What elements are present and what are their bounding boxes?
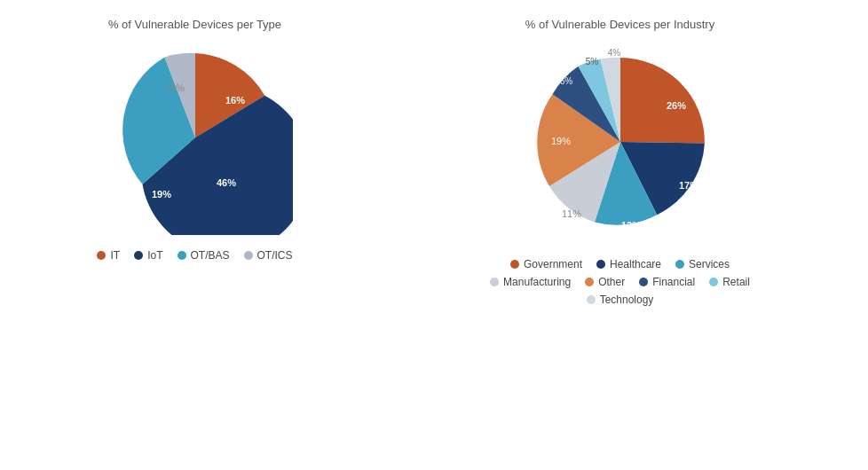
chart2-other-label: 19%: [550, 136, 570, 146]
legend-otics: OT/ICS: [244, 249, 293, 262]
legend-gov: Government: [510, 258, 582, 270]
legend-mfg-dot: [490, 278, 499, 286]
legend-financial-label: Financial: [652, 276, 695, 288]
charts-container: % of Vulnerable Devices per Type 16% 46%: [0, 0, 868, 470]
legend-otics-label: OT/ICS: [257, 249, 293, 262]
chart1-otbas-label: 19%: [151, 189, 170, 200]
legend-gov-label: Government: [524, 258, 582, 270]
legend-services-dot: [675, 260, 684, 269]
chart2-mfg-label: 11%: [561, 208, 580, 219]
legend-retail-dot: [709, 278, 718, 286]
legend-mfg: Manufacturing: [490, 276, 571, 288]
legend-financial-dot: [639, 278, 648, 286]
legend-retail: Retail: [709, 276, 750, 288]
legend-other-dot: [585, 278, 594, 286]
chart1-otics-label: 19%: [164, 82, 184, 93]
legend-services-label: Services: [689, 258, 730, 270]
legend-iot-dot: [134, 251, 143, 260]
chart2-svg: 26% 17% 12% 11% 19% 6% 5% 4%: [518, 40, 722, 244]
chart2-section: % of Vulnerable Devices per Industry: [470, 18, 771, 306]
chart2-legend: Government Healthcare Services Manufactu…: [470, 258, 771, 306]
legend-otbas-dot: [178, 251, 186, 260]
legend-mfg-label: Manufacturing: [503, 276, 571, 288]
legend-iot: IoT: [134, 249, 162, 262]
legend-other: Other: [585, 276, 625, 288]
chart2-gov-label: 26%: [666, 100, 685, 111]
legend-it: IT: [97, 249, 120, 262]
legend-iot-label: IoT: [147, 249, 162, 262]
chart1-svg: 16% 46% 19% 19%: [98, 40, 293, 235]
chart2-tech-label: 4%: [607, 48, 620, 58]
chart2-title: % of Vulnerable Devices per Industry: [525, 18, 714, 31]
legend-tech-label: Technology: [600, 294, 654, 306]
legend-health-label: Healthcare: [610, 258, 661, 270]
legend-services: Services: [675, 258, 730, 270]
legend-tech-dot: [587, 295, 596, 304]
legend-otbas-label: OT/BAS: [191, 249, 230, 262]
legend-financial: Financial: [639, 276, 695, 288]
chart2-gov: [620, 58, 705, 144]
legend-otbas: OT/BAS: [178, 249, 230, 262]
legend-otics-dot: [244, 251, 253, 260]
legend-health: Healthcare: [596, 258, 661, 270]
chart1-it-label: 16%: [225, 95, 244, 106]
legend-it-dot: [97, 251, 106, 260]
chart2-health-label: 17%: [678, 180, 698, 191]
legend-health-dot: [596, 260, 605, 269]
chart1-legend: IT IoT OT/BAS OT/ICS: [97, 249, 292, 262]
chart1-iot-label: 46%: [216, 177, 235, 188]
chart1-title: % of Vulnerable Devices per Type: [108, 18, 281, 31]
chart2-pie-wrapper: 26% 17% 12% 11% 19% 6% 5% 4%: [518, 40, 722, 244]
chart1-section: % of Vulnerable Devices per Type 16% 46%: [97, 18, 292, 262]
legend-gov-dot: [510, 260, 519, 269]
chart2-retail-label: 5%: [585, 57, 598, 67]
legend-tech: Technology: [587, 294, 654, 306]
legend-other-label: Other: [598, 276, 625, 288]
legend-it-label: IT: [110, 249, 120, 262]
chart1-pie-wrapper: 16% 46% 19% 19%: [98, 40, 293, 235]
legend-retail-label: Retail: [722, 276, 750, 288]
chart2-services-label: 12%: [620, 220, 640, 231]
chart2-financial-label: 6%: [559, 76, 572, 86]
